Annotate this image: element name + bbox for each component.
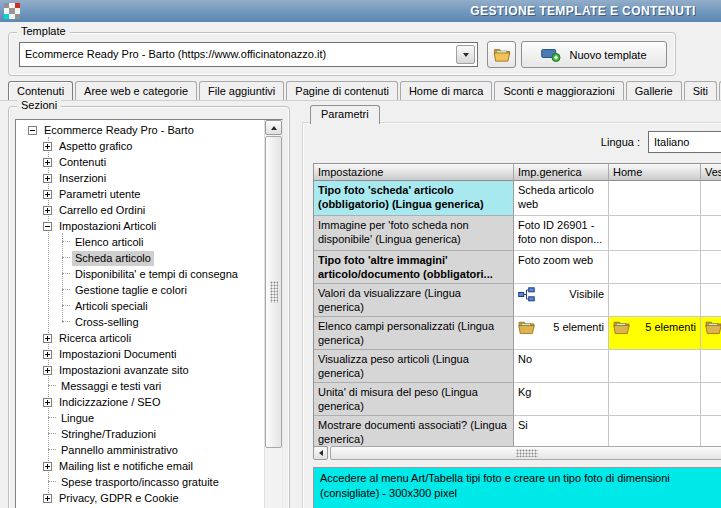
expand-icon[interactable]: [43, 206, 52, 215]
template-dropdown-button[interactable]: [456, 45, 475, 64]
tree-item-ricerca-articoli[interactable]: Ricerca articoli: [16, 330, 265, 346]
setting-value-home[interactable]: [609, 350, 701, 383]
tree-item-messaggi[interactable]: Messaggi e testi vari: [16, 378, 265, 394]
collapse-icon[interactable]: [43, 222, 52, 231]
tree-item-root[interactable]: Ecommerce Ready Pro - Barto: [16, 122, 265, 138]
tree-item-label[interactable]: Gestione taglie e colori: [72, 283, 190, 298]
tab-home-di-marca[interactable]: Home di marca: [400, 81, 493, 101]
tree-item-articoli-speciali[interactable]: Articoli speciali: [16, 298, 265, 314]
setting-label[interactable]: Valori da visualizzare (Lingua generica): [314, 284, 514, 317]
setting-label[interactable]: Tipo foto 'altre immagini' articolo/docu…: [314, 251, 514, 284]
tree-item-label[interactable]: Contenuti: [56, 155, 109, 170]
template-select[interactable]: Ecommerce Ready Pro - Barto (https://www…: [19, 42, 478, 67]
expand-icon[interactable]: [43, 174, 52, 183]
tab-file-aggiuntivi[interactable]: File aggiuntivi: [199, 81, 284, 101]
tree-item-label[interactable]: Aspetto grafico: [56, 139, 135, 154]
tree-item-label[interactable]: Parametri utente: [56, 187, 143, 202]
tree-item-stringhe-traduzioni[interactable]: Stringhe/Traduzioni: [16, 426, 265, 442]
tree-item-impostazioni-articoli[interactable]: Impostazioni Articoli: [16, 218, 265, 234]
setting-value-vespa[interactable]: [701, 317, 721, 350]
setting-value-generica[interactable]: Foto zoom web: [514, 251, 609, 284]
hscrollbar-thumb[interactable]: [330, 446, 721, 460]
setting-value-home[interactable]: [609, 284, 701, 317]
tree-item-mailing-list[interactable]: Mailing list e notifiche email: [16, 458, 265, 474]
setting-label[interactable]: Tipo foto 'scheda' articolo (obbligatori…: [314, 181, 514, 216]
tree-item-label[interactable]: Impostazioni Articoli: [56, 219, 159, 234]
expand-icon[interactable]: [43, 366, 52, 375]
setting-label[interactable]: Unita' di misura del peso (Lingua generi…: [314, 383, 514, 416]
tree-item-label-selected[interactable]: Scheda articolo: [72, 251, 154, 266]
setting-value-generica[interactable]: Visibile: [514, 284, 609, 317]
new-template-button[interactable]: Nuovo template: [521, 41, 667, 68]
tab-siti[interactable]: Siti: [684, 81, 717, 101]
tree-item-label[interactable]: Disponibilita' e tempi di consegna: [72, 267, 241, 282]
tree-item-label[interactable]: Spese trasporto/incasso gratuite: [58, 475, 222, 490]
tree-item-gestione-taglie[interactable]: Gestione taglie e colori: [16, 282, 265, 298]
tree-item-label[interactable]: Messaggi e testi vari: [58, 379, 164, 394]
setting-label[interactable]: Immagine per 'foto scheda non disponibil…: [314, 216, 514, 251]
setting-value-generica[interactable]: No: [514, 350, 609, 383]
tree-item-pannello-amministrativo[interactable]: Pannello amministrativo: [16, 442, 265, 458]
setting-label[interactable]: Elenco campi personalizzati (Lingua gene…: [314, 317, 514, 350]
setting-value-home[interactable]: [609, 383, 701, 416]
expand-icon[interactable]: [43, 494, 52, 503]
tree-item-label[interactable]: Ecommerce Ready Pro - Barto: [41, 123, 197, 138]
tree-scrollbar-thumb[interactable]: [265, 136, 282, 448]
setting-value-generica[interactable]: Kg: [514, 383, 609, 416]
tree-item-label[interactable]: Impostazioni avanzate sito: [56, 363, 192, 378]
tree-item-spese-trasporto[interactable]: Spese trasporto/incasso gratuite: [16, 474, 265, 490]
expand-icon[interactable]: [43, 462, 52, 471]
tree-item-label[interactable]: Articoli speciali: [72, 299, 151, 314]
tree-item-label[interactable]: Ricerca articoli: [56, 331, 134, 346]
tree-item-impostazioni-documenti[interactable]: Impostazioni Documenti: [16, 346, 265, 362]
expand-icon[interactable]: [43, 398, 52, 407]
expand-icon[interactable]: [43, 190, 52, 199]
tree-item-label[interactable]: Privacy, GDPR e Cookie: [56, 491, 182, 506]
setting-value-vespa[interactable]: [701, 383, 721, 416]
collapse-icon[interactable]: [28, 126, 37, 135]
setting-value-generica[interactable]: Scheda articolo web: [514, 181, 609, 216]
hscrollbar-track[interactable]: [328, 446, 721, 460]
tree-item-indicizzazione-seo[interactable]: Indicizzazione / SEO: [16, 394, 265, 410]
tree-item-privacy-gdpr[interactable]: Privacy, GDPR e Cookie: [16, 490, 265, 506]
open-template-button[interactable]: [487, 41, 516, 68]
tree-scrollbar[interactable]: [264, 120, 282, 508]
tree-item-label[interactable]: Impostazioni Documenti: [56, 347, 179, 362]
tab-parametri[interactable]: Parametri: [310, 105, 380, 124]
tree-item-aspetto-grafico[interactable]: Aspetto grafico: [16, 138, 265, 154]
tree-item-parametri-utente[interactable]: Parametri utente: [16, 186, 265, 202]
setting-label[interactable]: Visualizza peso articoli (Lingua generic…: [314, 350, 514, 383]
table-hscrollbar[interactable]: [313, 446, 721, 460]
scroll-up-button[interactable]: [265, 120, 282, 135]
setting-value-home[interactable]: [609, 216, 701, 251]
tree-item-disponibilita[interactable]: Disponibilita' e tempi di consegna: [16, 266, 265, 282]
tab-gallerie[interactable]: Gallerie: [626, 81, 682, 101]
setting-value-generica[interactable]: 5 elementi: [514, 317, 609, 350]
setting-value-vespa[interactable]: [701, 350, 721, 383]
setting-value-vespa[interactable]: [701, 284, 721, 317]
tree-item-impostazioni-avanzate[interactable]: Impostazioni avanzate sito: [16, 362, 265, 378]
tree-item-label[interactable]: Lingue: [58, 411, 97, 426]
tree-item-lingue[interactable]: Lingue: [16, 410, 265, 426]
tree-item-label[interactable]: Stringhe/Traduzioni: [58, 427, 159, 442]
tree-item-inserzioni[interactable]: Inserzioni: [16, 170, 265, 186]
expand-icon[interactable]: [43, 158, 52, 167]
tree-item-label[interactable]: Cross-selling: [72, 315, 142, 330]
tree-item-label[interactable]: Inserzioni: [56, 171, 109, 186]
tab-aree-web-e-categorie[interactable]: Aree web e categorie: [75, 81, 197, 101]
expand-icon[interactable]: [43, 142, 52, 151]
setting-value-home[interactable]: [609, 251, 701, 284]
expand-icon[interactable]: [43, 350, 52, 359]
tree-item-label[interactable]: Elenco articoli: [72, 235, 146, 250]
setting-value-home[interactable]: [609, 181, 701, 216]
tab-pagine-di-contenuti[interactable]: Pagine di contenuti: [286, 81, 398, 101]
tree-item-scheda-articolo[interactable]: Scheda articolo: [16, 250, 265, 266]
setting-value-generica[interactable]: Foto ID 26901 - foto non dispon...: [514, 216, 609, 251]
setting-value-vespa[interactable]: [701, 216, 721, 251]
setting-value-home[interactable]: 5 elementi: [609, 317, 701, 350]
setting-value-vespa[interactable]: [701, 181, 721, 216]
tree-item-label[interactable]: Mailing list e notifiche email: [56, 459, 196, 474]
tab-sconti-e-maggiorazioni[interactable]: Sconti e maggiorazioni: [494, 81, 623, 101]
tree-item-contenuti[interactable]: Contenuti: [16, 154, 265, 170]
tree-item-label[interactable]: Carrello ed Ordini: [56, 203, 148, 218]
